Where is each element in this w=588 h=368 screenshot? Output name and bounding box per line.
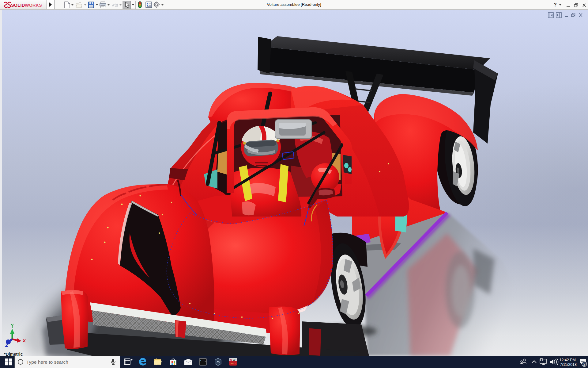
svg-text:2: 2 [583,362,586,366]
svg-text:?: ? [554,2,557,7]
svg-text:*Dimetric: *Dimetric [4,352,23,356]
svg-text:Type here to search: Type here to search [26,359,68,365]
svg-text:7/11/2018: 7/11/2018 [560,362,577,367]
svg-text:2017: 2017 [230,362,236,365]
svg-text:W: W [233,358,236,362]
svg-text:S: S [230,358,232,362]
svg-text:C:\_: C:\_ [200,359,206,362]
svg-text:12:42 PM: 12:42 PM [559,358,576,362]
